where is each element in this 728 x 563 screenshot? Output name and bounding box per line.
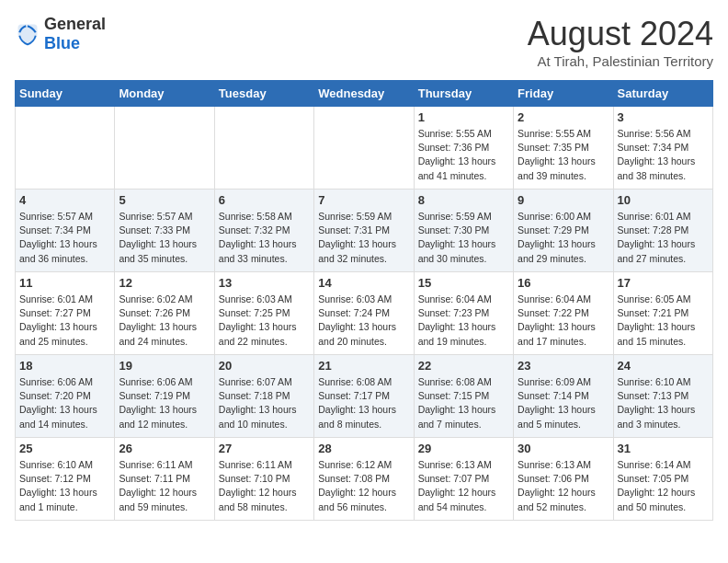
- day-content: Sunrise: 6:09 AMSunset: 7:14 PMDaylight:…: [518, 375, 609, 431]
- day-cell: 30Sunrise: 6:13 AMSunset: 7:06 PMDayligh…: [514, 438, 613, 521]
- day-number: 3: [618, 110, 709, 124]
- day-cell: 8Sunrise: 5:59 AMSunset: 7:30 PMDaylight…: [414, 190, 513, 272]
- day-number: 9: [518, 193, 609, 207]
- day-number: 17: [618, 276, 709, 290]
- day-cell: 19Sunrise: 6:06 AMSunset: 7:19 PMDayligh…: [115, 355, 214, 438]
- header-thursday: Thursday: [414, 81, 513, 107]
- day-content: Sunrise: 6:02 AMSunset: 7:26 PMDaylight:…: [119, 293, 210, 349]
- day-number: 28: [318, 442, 409, 455]
- day-content: Sunrise: 6:01 AMSunset: 7:28 PMDaylight:…: [618, 210, 709, 266]
- calendar-table: SundayMondayTuesdayWednesdayThursdayFrid…: [15, 80, 713, 521]
- day-number: 15: [418, 276, 509, 290]
- week-row-1: 1Sunrise: 5:55 AMSunset: 7:36 PMDaylight…: [16, 107, 713, 190]
- subtitle: At Tirah, Palestinian Territory: [528, 53, 713, 69]
- day-cell: 16Sunrise: 6:04 AMSunset: 7:22 PMDayligh…: [514, 272, 613, 355]
- day-number: 24: [618, 359, 709, 373]
- day-content: Sunrise: 6:01 AMSunset: 7:27 PMDaylight:…: [19, 293, 110, 349]
- day-number: 12: [119, 276, 210, 290]
- day-cell: 13Sunrise: 6:03 AMSunset: 7:25 PMDayligh…: [214, 272, 313, 355]
- logo-general: General: [44, 15, 106, 33]
- day-cell: 3Sunrise: 5:56 AMSunset: 7:34 PMDaylight…: [613, 107, 712, 190]
- day-cell: 15Sunrise: 6:04 AMSunset: 7:23 PMDayligh…: [414, 272, 513, 355]
- day-number: 31: [618, 442, 709, 455]
- week-row-2: 4Sunrise: 5:57 AMSunset: 7:34 PMDaylight…: [16, 190, 713, 272]
- day-content: Sunrise: 6:13 AMSunset: 7:06 PMDaylight:…: [518, 458, 609, 514]
- day-number: 19: [119, 359, 210, 373]
- day-cell: 24Sunrise: 6:10 AMSunset: 7:13 PMDayligh…: [613, 355, 712, 438]
- day-content: Sunrise: 5:56 AMSunset: 7:34 PMDaylight:…: [618, 127, 709, 183]
- day-cell: 9Sunrise: 6:00 AMSunset: 7:29 PMDaylight…: [514, 190, 613, 272]
- day-content: Sunrise: 6:10 AMSunset: 7:13 PMDaylight:…: [618, 375, 709, 431]
- day-content: Sunrise: 6:12 AMSunset: 7:08 PMDaylight:…: [318, 458, 409, 514]
- day-cell: 29Sunrise: 6:13 AMSunset: 7:07 PMDayligh…: [414, 438, 513, 521]
- day-cell: 23Sunrise: 6:09 AMSunset: 7:14 PMDayligh…: [514, 355, 613, 438]
- day-cell: 18Sunrise: 6:06 AMSunset: 7:20 PMDayligh…: [16, 355, 115, 438]
- day-content: Sunrise: 6:06 AMSunset: 7:19 PMDaylight:…: [119, 375, 210, 431]
- day-number: 7: [318, 193, 409, 207]
- day-content: Sunrise: 6:03 AMSunset: 7:25 PMDaylight:…: [219, 293, 310, 349]
- day-content: Sunrise: 6:13 AMSunset: 7:07 PMDaylight:…: [418, 458, 509, 514]
- day-cell: 21Sunrise: 6:08 AMSunset: 7:17 PMDayligh…: [314, 355, 414, 438]
- week-row-4: 18Sunrise: 6:06 AMSunset: 7:20 PMDayligh…: [16, 355, 713, 438]
- day-cell: 27Sunrise: 6:11 AMSunset: 7:10 PMDayligh…: [214, 438, 313, 521]
- day-content: Sunrise: 5:57 AMSunset: 7:33 PMDaylight:…: [119, 210, 210, 266]
- day-number: 5: [119, 193, 210, 207]
- calendar-header-row: SundayMondayTuesdayWednesdayThursdayFrid…: [16, 81, 713, 107]
- day-content: Sunrise: 5:55 AMSunset: 7:35 PMDaylight:…: [518, 127, 609, 183]
- day-cell: [115, 107, 214, 190]
- week-row-5: 25Sunrise: 6:10 AMSunset: 7:12 PMDayligh…: [16, 438, 713, 521]
- day-content: Sunrise: 6:08 AMSunset: 7:15 PMDaylight:…: [418, 375, 509, 431]
- day-cell: [214, 107, 313, 190]
- day-cell: 10Sunrise: 6:01 AMSunset: 7:28 PMDayligh…: [613, 190, 712, 272]
- day-content: Sunrise: 6:10 AMSunset: 7:12 PMDaylight:…: [19, 458, 110, 514]
- day-number: 11: [19, 276, 110, 290]
- day-content: Sunrise: 6:00 AMSunset: 7:29 PMDaylight:…: [518, 210, 609, 266]
- day-cell: 28Sunrise: 6:12 AMSunset: 7:08 PMDayligh…: [314, 438, 414, 521]
- logo: General Blue: [15, 15, 106, 53]
- day-cell: 11Sunrise: 6:01 AMSunset: 7:27 PMDayligh…: [16, 272, 115, 355]
- day-number: 26: [119, 442, 210, 455]
- day-cell: [16, 107, 115, 190]
- logo-blue: Blue: [44, 34, 80, 52]
- day-number: 18: [19, 359, 110, 373]
- day-number: 13: [219, 276, 310, 290]
- day-content: Sunrise: 6:11 AMSunset: 7:11 PMDaylight:…: [119, 458, 210, 514]
- header-sunday: Sunday: [16, 81, 115, 107]
- day-content: Sunrise: 6:14 AMSunset: 7:05 PMDaylight:…: [618, 458, 709, 514]
- day-cell: 26Sunrise: 6:11 AMSunset: 7:11 PMDayligh…: [115, 438, 214, 521]
- logo-text: General Blue: [44, 15, 106, 53]
- day-cell: 14Sunrise: 6:03 AMSunset: 7:24 PMDayligh…: [314, 272, 414, 355]
- header-tuesday: Tuesday: [214, 81, 313, 107]
- day-content: Sunrise: 5:58 AMSunset: 7:32 PMDaylight:…: [219, 210, 310, 266]
- day-number: 23: [518, 359, 609, 373]
- day-content: Sunrise: 6:08 AMSunset: 7:17 PMDaylight:…: [318, 375, 409, 431]
- day-number: 16: [518, 276, 609, 290]
- day-number: 6: [219, 193, 310, 207]
- day-number: 2: [518, 110, 609, 124]
- day-number: 27: [219, 442, 310, 455]
- day-content: Sunrise: 5:59 AMSunset: 7:30 PMDaylight:…: [418, 210, 509, 266]
- day-cell: 22Sunrise: 6:08 AMSunset: 7:15 PMDayligh…: [414, 355, 513, 438]
- main-title: August 2024: [528, 15, 713, 53]
- day-cell: 1Sunrise: 5:55 AMSunset: 7:36 PMDaylight…: [414, 107, 513, 190]
- day-cell: 31Sunrise: 6:14 AMSunset: 7:05 PMDayligh…: [613, 438, 712, 521]
- day-content: Sunrise: 6:03 AMSunset: 7:24 PMDaylight:…: [318, 293, 409, 349]
- day-cell: 4Sunrise: 5:57 AMSunset: 7:34 PMDaylight…: [16, 190, 115, 272]
- day-number: 20: [219, 359, 310, 373]
- day-cell: 20Sunrise: 6:07 AMSunset: 7:18 PMDayligh…: [214, 355, 313, 438]
- day-number: 25: [19, 442, 110, 455]
- logo-icon: [15, 21, 40, 47]
- header: General Blue August 2024 At Tirah, Pales…: [15, 15, 713, 69]
- header-friday: Friday: [514, 81, 613, 107]
- day-cell: 2Sunrise: 5:55 AMSunset: 7:35 PMDaylight…: [514, 107, 613, 190]
- day-cell: 6Sunrise: 5:58 AMSunset: 7:32 PMDaylight…: [214, 190, 313, 272]
- day-content: Sunrise: 6:06 AMSunset: 7:20 PMDaylight:…: [19, 375, 110, 431]
- day-content: Sunrise: 6:07 AMSunset: 7:18 PMDaylight:…: [219, 375, 310, 431]
- day-number: 22: [418, 359, 509, 373]
- day-number: 29: [418, 442, 509, 455]
- day-number: 10: [618, 193, 709, 207]
- day-content: Sunrise: 6:11 AMSunset: 7:10 PMDaylight:…: [219, 458, 310, 514]
- day-number: 30: [518, 442, 609, 455]
- header-monday: Monday: [115, 81, 214, 107]
- header-saturday: Saturday: [613, 81, 712, 107]
